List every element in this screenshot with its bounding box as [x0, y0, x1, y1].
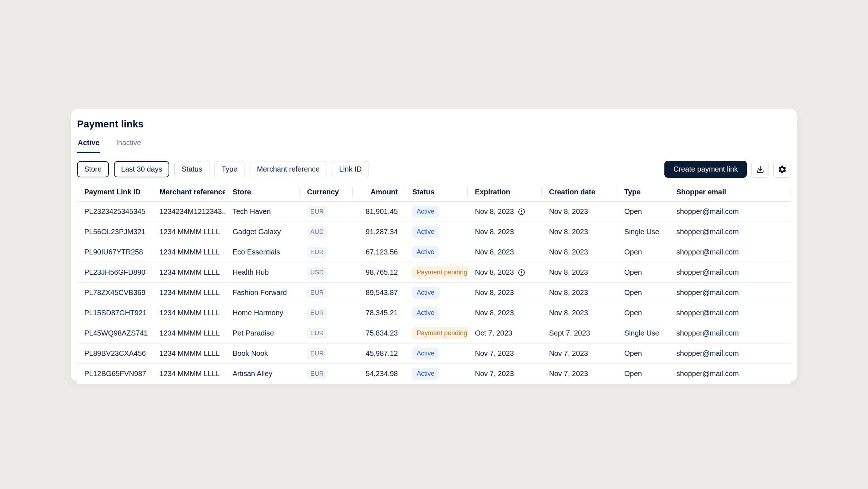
- expiration-date: Nov 7, 2023: [475, 370, 514, 378]
- filter-chip-link-id[interactable]: Link ID: [332, 161, 369, 177]
- table-row[interactable]: PL45WQ98AZS7411234 MMMM LLLLPet Paradise…: [77, 323, 791, 343]
- expiration-alert-icon[interactable]: [518, 269, 526, 277]
- expiration-date: Nov 8, 2023: [475, 268, 514, 277]
- expiration-value: Nov 8, 2023: [475, 228, 514, 236]
- cell-merchant-reference: 1234 MMMM LLLL: [152, 242, 225, 262]
- download-button[interactable]: [751, 161, 769, 178]
- column-header-shopper-email[interactable]: Shopper email: [669, 184, 791, 202]
- expiration-date: Nov 8, 2023: [475, 228, 514, 236]
- table-row[interactable]: PL15SD87GHT9211234 MMMM LLLLHome Harmony…: [77, 303, 791, 323]
- column-header-amount[interactable]: Amount: [353, 184, 405, 202]
- cell-currency: EUR: [300, 242, 353, 262]
- table-row[interactable]: PL23JH56GFD8901234 MMMM LLLLHealth HubUS…: [77, 262, 791, 283]
- filter-chip-type[interactable]: Type: [214, 161, 244, 177]
- currency-badge: EUR: [307, 247, 327, 258]
- cell-shopper-email: shopper@mail.com: [669, 242, 791, 262]
- cell-status: Active: [405, 343, 468, 364]
- column-header-merchant-reference[interactable]: Merchant reference: [152, 184, 225, 202]
- filter-chip-store[interactable]: Store: [77, 161, 109, 177]
- cell-payment-link-id: PL90IU67YTR258: [77, 242, 152, 262]
- cell-amount: 89,543.87: [353, 283, 405, 303]
- cell-payment-link-id: PL45WQ98AZS741: [77, 323, 152, 343]
- payment-links-table: Payment Link IDMerchant referenceStoreCu…: [77, 184, 791, 384]
- column-header-type[interactable]: Type: [617, 184, 669, 202]
- tab-active[interactable]: Active: [77, 139, 100, 153]
- column-header-payment-link-id[interactable]: Payment Link ID: [77, 184, 152, 202]
- cell-store: Eco Essentials: [225, 242, 300, 262]
- status-badge: Active: [412, 368, 439, 380]
- cell-status: Payment pending: [405, 262, 468, 283]
- cell-amount: 91,287.34: [353, 222, 405, 242]
- status-badge: Active: [412, 307, 439, 319]
- cell-status: Active: [405, 303, 468, 323]
- currency-badge: USD: [307, 267, 327, 278]
- status-badge: Active: [412, 246, 439, 258]
- currency-badge: EUR: [307, 308, 327, 319]
- cell-status: Active: [405, 364, 468, 384]
- cell-payment-link-id: PL78ZX45CVB369: [77, 283, 152, 303]
- cell-merchant-reference: 1234 MMMM LLLL: [152, 262, 225, 283]
- column-header-store[interactable]: Store: [225, 184, 300, 202]
- column-header-currency[interactable]: Currency: [300, 184, 353, 202]
- status-badge: Active: [412, 206, 439, 218]
- status-badge: Active: [412, 226, 439, 238]
- cell-creation-date: Nov 8, 2023: [542, 242, 617, 262]
- cell-status: Active: [405, 202, 468, 222]
- expiration-date: Nov 8, 2023: [475, 248, 514, 256]
- cell-expiration: Oct 7, 2023: [468, 323, 542, 343]
- table-row[interactable]: PL56OL23PJM3211234 MMMM LLLLGadget Galax…: [77, 222, 791, 242]
- cell-merchant-reference: 1234 MMMM LLLL: [152, 364, 225, 384]
- cell-payment-link-id: PL56OL23PJM321: [77, 222, 152, 242]
- toolbar-actions: Create payment link: [664, 161, 791, 178]
- settings-button[interactable]: [773, 161, 791, 178]
- cell-creation-date: Nov 7, 2023: [542, 364, 617, 384]
- expiration-value: Oct 7, 2023: [475, 329, 512, 337]
- currency-badge: EUR: [307, 348, 327, 359]
- expiration-value: Nov 7, 2023: [475, 370, 514, 378]
- cell-expiration: Nov 8, 2023: [468, 283, 542, 303]
- column-header-status[interactable]: Status: [405, 184, 468, 202]
- cell-expiration: Nov 8, 2023: [468, 202, 542, 222]
- cell-shopper-email: shopper@mail.com: [669, 323, 791, 343]
- filter-chip-merchant-reference[interactable]: Merchant reference: [250, 161, 327, 177]
- currency-badge: EUR: [307, 206, 327, 217]
- cell-store: Tech Haven: [225, 202, 300, 222]
- table-row[interactable]: PL90IU67YTR2581234 MMMM LLLLEco Essentia…: [77, 242, 791, 262]
- currency-badge: EUR: [307, 368, 327, 379]
- table-row[interactable]: PL78ZX45CVB3691234 MMMM LLLLFashion Forw…: [77, 283, 791, 303]
- cell-type: Open: [617, 262, 669, 283]
- cell-store: Book Nook: [225, 343, 300, 364]
- cell-currency: AUD: [300, 222, 353, 242]
- expiration-alert-icon[interactable]: [518, 208, 526, 216]
- table-row[interactable]: PL12BG65FVN9871234 MMMM LLLLArtisan Alle…: [77, 364, 791, 384]
- currency-badge: EUR: [307, 287, 327, 298]
- expiration-date: Oct 7, 2023: [475, 329, 512, 337]
- expiration-value: Nov 8, 2023: [475, 288, 514, 297]
- tab-inactive[interactable]: Inactive: [115, 139, 142, 153]
- table-row[interactable]: PL89BV23CXA4561234 MMMM LLLLBook NookEUR…: [77, 343, 791, 364]
- expiration-value: Nov 7, 2023: [475, 349, 514, 358]
- table-row[interactable]: PL23234253453451234234M1212343...Tech Ha…: [77, 202, 791, 222]
- expiration-date: Nov 8, 2023: [475, 288, 514, 297]
- cell-currency: EUR: [300, 364, 353, 384]
- cell-currency: EUR: [300, 343, 353, 364]
- column-header-expiration[interactable]: Expiration: [468, 184, 542, 202]
- cell-amount: 54,234.98: [353, 364, 405, 384]
- cell-creation-date: Nov 8, 2023: [542, 303, 617, 323]
- page-title: Payment links: [77, 119, 791, 130]
- cell-store: Health Hub: [225, 262, 300, 283]
- column-header-creation-date[interactable]: Creation date: [542, 184, 617, 202]
- cell-type: Open: [617, 283, 669, 303]
- filter-chip-last-30-days[interactable]: Last 30 days: [114, 161, 169, 177]
- create-payment-link-button[interactable]: Create payment link: [664, 161, 747, 178]
- cell-currency: EUR: [300, 323, 353, 343]
- cell-status: Active: [405, 222, 468, 242]
- filter-toolbar: StoreLast 30 daysStatusTypeMerchant refe…: [77, 161, 791, 178]
- cell-shopper-email: shopper@mail.com: [669, 343, 791, 364]
- currency-badge: AUD: [307, 227, 327, 237]
- cell-shopper-email: shopper@mail.com: [669, 364, 791, 384]
- table-header-row: Payment Link IDMerchant referenceStoreCu…: [77, 184, 791, 202]
- cell-shopper-email: shopper@mail.com: [669, 262, 791, 283]
- cell-type: Open: [617, 202, 669, 222]
- filter-chip-status[interactable]: Status: [174, 161, 209, 177]
